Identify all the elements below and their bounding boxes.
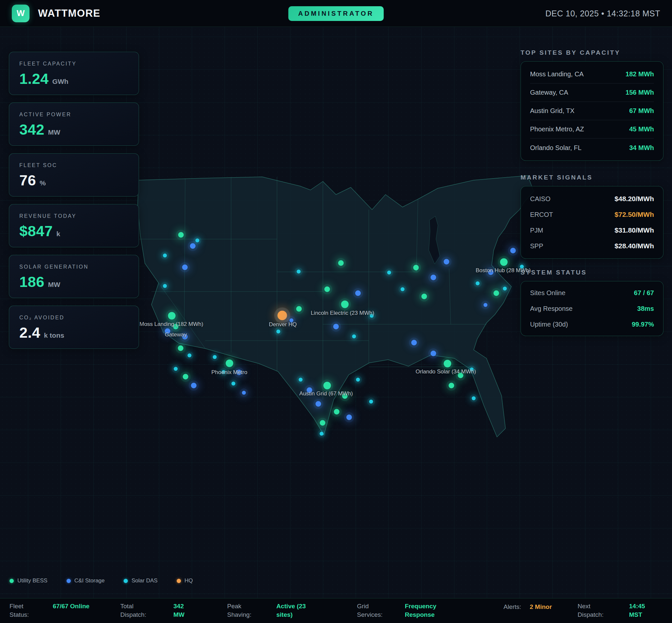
site-dot-solar[interactable] [470,367,474,372]
site-dot-solar[interactable] [297,270,301,273]
top-site-row[interactable]: Orlando Solar, FL34 MWh [530,139,654,157]
footer-value: 14:45 MST [629,602,659,619]
site-dot-bess[interactable] [226,359,233,367]
kpi-label: ACTIVE POWER [19,112,129,118]
site-dot-solar[interactable] [188,353,191,357]
site-dot-solar[interactable] [356,378,360,382]
site-dot-bess[interactable] [178,232,184,238]
site-dot-solar[interactable] [195,238,199,242]
system-status-row: Sites Online67 / 67 [530,285,654,301]
market-name: PJM [530,227,543,234]
app-logo-icon: W [12,5,29,22]
legend-label: HQ [185,577,193,584]
site-dot-ci[interactable] [307,387,312,393]
site-dot-solar[interactable] [387,271,391,274]
site-dot-solar[interactable] [163,254,167,258]
site-dot-ci[interactable] [190,243,196,248]
site-dot-bess[interactable] [449,383,454,388]
kpi-card[interactable]: CO₂ AVOIDED2.4k tons [9,306,139,349]
top-bar: W WATTMORE ADMINISTRATOR DEC 10, 2025 • … [0,0,672,27]
site-dot-ci[interactable] [510,248,515,253]
site-dot-ci[interactable] [191,383,196,388]
site-dot-solar[interactable] [476,281,480,285]
administrator-badge[interactable]: ADMINISTRATOR [288,6,384,21]
site-dot-solar[interactable] [163,284,167,288]
site-dot-bess[interactable] [173,324,179,329]
site-dot-solar[interactable] [369,399,373,404]
legend-item-solar[interactable]: Solar DAS [123,577,157,584]
site-dot-bess[interactable] [494,290,499,296]
site-dot-solar[interactable] [472,396,476,400]
site-dot-ci[interactable] [411,340,417,346]
site-dot-ci[interactable] [242,391,246,395]
site-dot-bess[interactable] [324,382,331,389]
site-dot-bess[interactable] [444,360,451,367]
site-dot-bess[interactable] [178,346,183,351]
site-dot-bess[interactable] [421,294,427,299]
site-dot-ci[interactable] [236,369,242,375]
site-dot-bess[interactable] [338,260,343,266]
top-site-row[interactable]: Phoenix Metro, AZ45 MWh [530,120,654,139]
kpi-card[interactable]: REVENUE TODAY$847k [9,204,139,247]
top-site-row[interactable]: Gateway, CA156 MWh [530,84,654,102]
market-name: SPP [530,242,543,250]
site-dot-ci[interactable] [333,324,339,329]
site-dot-ci[interactable] [431,351,436,356]
legend-item-ci[interactable]: C&I Storage [66,577,105,584]
top-sites-panel: Moss Landing, CA182 MWhGateway, CA156 MW… [521,61,664,161]
site-dot-bess[interactable] [320,420,326,425]
market-signal-row: ERCOT$72.50/MWh [530,207,654,222]
status-value: 38ms [637,305,654,313]
site-dot-ci[interactable] [488,269,494,275]
site-name: Gateway, CA [530,89,568,96]
footer-metric: Fleet Status:67/67 Online [9,602,89,619]
site-dot-ci[interactable] [355,290,361,296]
site-dot-ci[interactable] [483,303,487,307]
site-dot-ci[interactable] [444,259,449,265]
site-dot-ci[interactable] [431,275,436,280]
site-capacity: 156 MWh [625,89,654,96]
site-dot-bess[interactable] [500,258,508,266]
site-dot-solar[interactable] [400,287,404,291]
site-dot-ci[interactable] [182,264,188,270]
kpi-unit: MW [48,128,60,136]
site-dot-bess[interactable] [413,265,419,270]
site-dot-ci[interactable] [165,329,170,334]
site-dot-ci[interactable] [316,401,321,407]
footer-label-text: Total Dispatch: [120,602,153,619]
site-capacity: 182 MWh [625,70,654,78]
site-dot-ci[interactable] [346,415,352,420]
footer-metric: Total Dispatch:342 MW [120,602,196,619]
site-dot-solar[interactable] [299,378,303,382]
kpi-card[interactable]: ACTIVE POWER342MW [9,102,139,146]
site-dot-solar[interactable] [213,355,217,359]
site-dot-hq[interactable] [278,310,287,320]
site-dot-solar[interactable] [319,432,324,436]
legend-item-hq[interactable]: HQ [177,577,193,584]
status-value: 67 / 67 [634,289,654,297]
site-dot-bess[interactable] [296,306,302,312]
kpi-value: 76 [19,172,36,189]
site-dot-solar[interactable] [276,329,280,333]
site-dot-solar[interactable] [503,287,507,291]
site-dot-bess[interactable] [341,301,349,308]
site-dot-bess[interactable] [342,393,348,399]
site-dot-bess[interactable] [325,286,330,292]
legend-item-bess[interactable]: Utility BESS [9,577,48,584]
site-dot-bess[interactable] [334,409,339,414]
kpi-card[interactable]: FLEET CAPACITY1.24GWh [9,52,139,95]
site-dot-solar[interactable] [370,314,374,318]
site-dot-bess[interactable] [183,374,189,379]
site-dot-ci[interactable] [182,334,188,339]
kpi-card[interactable]: FLEET SOC76% [9,153,139,197]
site-dot-solar[interactable] [352,334,356,338]
kpi-card[interactable]: SOLAR GENERATION186MW [9,255,139,298]
site-dot-bess[interactable] [168,312,175,319]
site-dot-bess[interactable] [458,373,463,378]
site-dot-ci[interactable] [289,318,293,322]
top-site-row[interactable]: Moss Landing, CA182 MWh [530,65,654,84]
site-dot-solar[interactable] [174,367,178,371]
top-site-row[interactable]: Austin Grid, TX67 MWh [530,102,654,120]
site-dot-solar[interactable] [222,370,226,374]
site-dot-solar[interactable] [231,382,235,386]
